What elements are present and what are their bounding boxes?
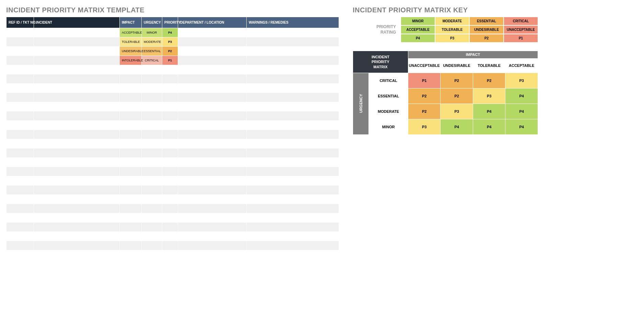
cell [162,148,178,158]
cell [247,167,339,176]
cell [247,176,339,186]
table-row [7,176,339,186]
cell [142,223,162,232]
cell [162,65,178,74]
cell [7,204,34,213]
table-row [7,158,339,167]
cell [247,130,339,139]
cell [247,28,339,37]
cell: MINOR [142,28,162,37]
matrix-cell: P2 [408,104,441,119]
cell [247,37,339,47]
cell [162,223,178,232]
cell [34,176,120,186]
matrix-impact-col: UNACCEPTABLE [408,58,441,73]
matrix-impact-col: TOLERABLE [473,58,505,73]
cell [162,176,178,186]
cell [178,167,247,176]
cell [142,102,162,111]
cell: P4 [162,28,178,37]
cell: P3 [162,37,178,47]
cell [7,148,34,158]
cell [34,213,120,223]
cell [142,139,162,148]
table-row [7,93,339,102]
cell [120,213,142,223]
cell [34,111,120,121]
matrix-cell: P3 [473,88,505,104]
cell [142,167,162,176]
cell [34,139,120,148]
col-impact: IMPACT [120,17,142,28]
cell [247,74,339,84]
col-ref: REF ID / TKT NO. [7,17,34,28]
table-row [7,84,339,93]
cell [120,121,142,130]
cell [142,111,162,121]
rating-p: P4 [401,34,435,43]
rating-p: P2 [469,34,504,43]
cell [162,102,178,111]
cell [162,84,178,93]
cell [7,56,34,65]
cell [142,195,162,204]
rating-p: P1 [504,34,538,43]
cell [120,204,142,213]
cell [142,241,162,250]
cell [7,223,34,232]
cell [162,186,178,195]
matrix-urgency-row: MINOR [369,119,408,134]
matrix-cell: P2 [473,73,505,88]
cell [247,56,339,65]
cell [247,186,339,195]
matrix-cell: P3 [441,104,473,119]
cell [142,213,162,223]
cell [34,130,120,139]
cell [142,74,162,84]
cell [142,65,162,74]
cell [7,37,34,47]
table-row [7,223,339,232]
cell [7,158,34,167]
matrix-cell: P4 [505,88,538,104]
cell [247,213,339,223]
cell [120,74,142,84]
matrix-cell: P3 [505,73,538,88]
cell [178,139,247,148]
table-row [7,167,339,176]
cell [178,37,247,47]
rating-mid: TOLERABLE [435,25,469,34]
cell [162,139,178,148]
cell [34,241,120,250]
priority-rating-label: PRIORITY RATING [353,17,401,43]
incident-table-body: ACCEPTABLEMINORP4TOLERABLEMODERATEP3UNDE… [7,28,339,260]
table-row [7,65,339,74]
cell [178,204,247,213]
col-priority: PRIORITY [162,17,178,28]
cell [120,241,142,250]
rating-top: MODERATE [435,17,469,25]
table-row [7,102,339,111]
table-row [7,232,339,241]
cell [162,195,178,204]
cell [247,223,339,232]
cell [162,241,178,250]
cell [34,186,120,195]
cell [34,56,120,65]
cell [178,93,247,102]
matrix-cell: P4 [473,119,505,134]
cell [7,111,34,121]
cell [7,28,34,37]
cell [178,250,247,260]
cell [7,121,34,130]
matrix-cell: P4 [473,104,505,119]
rating-p: P3 [435,34,469,43]
cell [7,93,34,102]
cell [34,195,120,204]
cell [34,158,120,167]
cell [178,84,247,93]
col-incident: INCIDENT [34,17,120,28]
cell [162,130,178,139]
left-title: INCIDENT PRIORITY MATRIX TEMPLATE [6,6,339,14]
table-row [7,195,339,204]
